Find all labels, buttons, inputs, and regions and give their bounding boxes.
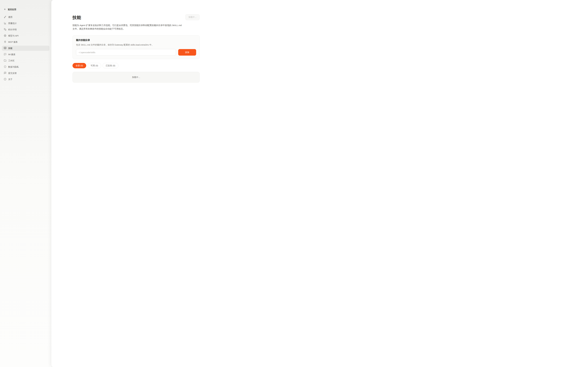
sidebar-item-usage-stats[interactable]: 用量统计 [2,21,49,26]
filter-installed-pill[interactable]: 已安装 (0) [103,63,118,68]
extra-skill-dirs-card: 额外技能目录 包含 SKILL.md 文件的额外目录。保存到 Gateway 配… [72,35,200,59]
cpu-icon [4,34,6,37]
filter-available-pill[interactable]: 可用 (0) [88,63,101,68]
coins-icon [4,28,6,31]
plug-icon [4,41,6,43]
settings-sidebar: 返回应用 通用 用量统计 积分详情 模型与 API [0,0,51,136]
sidebar-nav: 通用 用量统计 积分详情 模型与 API MCP 服务 [0,15,51,82]
sidebar-item-label: 模型与 API [8,34,18,37]
folder-icon [4,59,6,62]
skills-settings-panel: 技能 加载中... 技能为 Agent 扩展专业知识和工作流程。它们是从内置包、… [51,0,219,136]
bar-chart-icon [4,22,6,25]
sidebar-item-general[interactable]: 通用 [2,15,49,20]
sidebar-item-mcp-services[interactable]: MCP 服务 [2,40,49,45]
back-to-app-button[interactable]: 返回应用 [0,8,51,11]
sidebar-item-label: 关于 [8,78,12,81]
sidebar-item-label: IM 频道 [8,53,16,56]
sidebar-item-label: 数据与隐私 [8,66,19,68]
add-directory-button[interactable]: 添加 [178,49,196,56]
directory-input-row: 添加 [76,49,196,56]
loading-status-badge: 加载中... [185,14,200,20]
message-square-icon [4,53,6,56]
filter-pills: 全部 (0) 可用 (0) 已安装 (0) [72,63,200,68]
back-to-app-label: 返回应用 [8,8,16,11]
title-row: 技能 加载中... [72,15,200,20]
info-icon [4,78,6,81]
sidebar-item-label: 提交反馈 [8,72,17,75]
sidebar-item-im-channels[interactable]: IM 频道 [2,52,49,57]
skills-list-loading-placeholder: 加载中... [72,72,200,83]
sidebar-item-label: MCP 服务 [8,41,18,43]
skill-directory-input[interactable] [76,49,176,56]
sidebar-item-about[interactable]: 关于 [2,77,49,82]
sidebar-item-label: 用量统计 [8,22,17,25]
sidebar-item-label: 工作区 [8,59,15,62]
sidebar-item-label: 通用 [8,16,12,18]
arrow-left-icon [4,8,6,11]
sidebar-item-feedback[interactable]: 提交反馈 [2,71,49,76]
sidebar-item-models-api[interactable]: 模型与 API [2,33,49,38]
sidebar-item-credits[interactable]: 积分详情 [2,27,49,32]
shield-icon [4,66,6,68]
filter-all-pill[interactable]: 全部 (0) [72,63,86,68]
sidebar-item-label: 技能 [8,47,12,50]
page-description: 技能为 Agent 扩展专业知识和工作流程。它们是从内置包、托管技能目录和你配置… [72,24,183,31]
sidebar-item-data-privacy[interactable]: 数据与隐私 [2,64,49,69]
card-title: 额外技能目录 [76,39,196,42]
loading-text: 加载中... [132,76,140,79]
message-square-plus-icon [4,72,6,75]
sidebar-item-workspace[interactable]: 工作区 [2,58,49,63]
sidebar-item-label: 积分详情 [8,28,17,31]
page-title: 技能 [72,15,81,20]
pencil-icon [4,16,6,19]
content-column: 技能 加载中... 技能为 Agent 扩展专业知识和工作流程。它们是从内置包、… [72,0,200,83]
book-open-icon [4,47,6,50]
sidebar-item-skills[interactable]: 技能 [2,46,49,51]
card-description: 包含 SKILL.md 文件的额外目录。保存到 Gateway 配置的 skil… [76,43,196,46]
